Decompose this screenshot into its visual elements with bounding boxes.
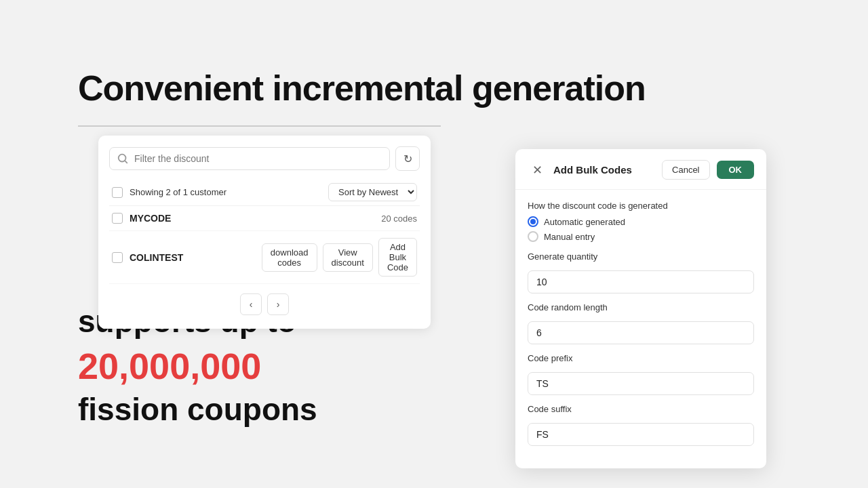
dialog-title: Add Bulk Codes <box>553 164 655 176</box>
code-prefix-field: Code prefix <box>528 353 754 395</box>
code-row-colintest: COLINTEST download codes View discount A… <box>109 231 420 284</box>
table-header-row: Showing 2 of 1 customer Sort by Newest <box>109 179 420 206</box>
radio-manual-circle <box>528 231 538 242</box>
radio-automatic-dot <box>530 219 536 224</box>
dialog-body: How the discount code is generated Autom… <box>515 190 766 468</box>
pagination: ‹ › <box>109 293 420 315</box>
page-heading: Convenient incremental generation <box>78 68 646 108</box>
dialog-ok-button[interactable]: OK <box>717 161 755 179</box>
generate-quantity-input[interactable] <box>528 270 754 293</box>
code-length-input[interactable] <box>528 321 754 344</box>
sort-select[interactable]: Sort by Newest <box>328 183 417 201</box>
code-suffix-field: Code suffix <box>528 404 754 446</box>
download-codes-button[interactable]: download codes <box>262 243 317 272</box>
dialog-header: ✕ Add Bulk Codes Cancel OK <box>515 149 766 190</box>
search-input[interactable] <box>134 153 382 164</box>
mycode-name: MYCODE <box>130 213 381 224</box>
heading-divider <box>78 125 441 127</box>
colintest-actions: download codes View discount Add Bulk Co… <box>262 238 417 277</box>
code-suffix-label: Code suffix <box>528 404 754 414</box>
search-row: ↻ <box>109 146 420 171</box>
code-length-field: Code random length <box>528 302 754 344</box>
code-prefix-input[interactable] <box>528 372 754 395</box>
code-prefix-label: Code prefix <box>528 353 754 363</box>
mycode-checkbox[interactable] <box>112 213 123 224</box>
code-length-label: Code random length <box>528 302 754 312</box>
radio-automatic[interactable]: Automatic generated <box>528 216 754 227</box>
radio-group: Automatic generated Manual entry <box>528 216 754 242</box>
view-discount-button[interactable]: View discount <box>323 243 373 272</box>
next-page-button[interactable]: › <box>267 293 289 315</box>
prev-page-button[interactable]: ‹ <box>240 293 262 315</box>
select-all-checkbox[interactable] <box>112 187 123 198</box>
discount-panel: ↻ Showing 2 of 1 customer Sort by Newest… <box>98 136 431 329</box>
svg-line-1 <box>125 161 127 163</box>
colintest-checkbox[interactable] <box>112 252 123 263</box>
generate-quantity-field: Generate quantity <box>528 251 754 293</box>
radio-manual[interactable]: Manual entry <box>528 231 754 242</box>
search-icon <box>117 152 129 165</box>
radio-automatic-label: Automatic generated <box>544 217 625 227</box>
generation-method-label: How the discount code is generated <box>528 201 754 211</box>
colintest-name: COLINTEST <box>130 252 262 263</box>
code-row-mycode: MYCODE 20 codes <box>109 206 420 231</box>
refresh-button[interactable]: ↻ <box>395 146 420 171</box>
search-input-wrap[interactable] <box>109 147 390 170</box>
generation-method-field: How the discount code is generated Autom… <box>528 201 754 242</box>
refresh-icon: ↻ <box>403 152 412 165</box>
dialog-close-button[interactable]: ✕ <box>528 161 547 180</box>
radio-automatic-circle <box>528 216 538 227</box>
code-suffix-input[interactable] <box>528 423 754 446</box>
close-icon: ✕ <box>532 163 542 178</box>
generate-quantity-label: Generate quantity <box>528 251 754 262</box>
add-bulk-code-button[interactable]: Add Bulk Code <box>378 238 417 277</box>
mycode-count: 20 codes <box>381 214 417 224</box>
add-bulk-codes-dialog: ✕ Add Bulk Codes Cancel OK How the disco… <box>515 149 766 468</box>
supports-number: 20,000,000 <box>78 342 317 390</box>
radio-manual-label: Manual entry <box>544 232 595 242</box>
showing-count: Showing 2 of 1 customer <box>130 187 328 197</box>
dialog-cancel-button[interactable]: Cancel <box>662 160 709 180</box>
